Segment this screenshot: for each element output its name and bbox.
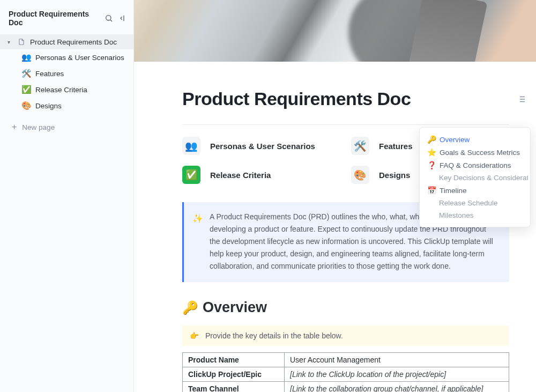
- outline-label: Timeline: [440, 187, 467, 195]
- sidebar-title: Product Requirements Doc: [9, 10, 105, 27]
- new-page-label: New page: [22, 123, 55, 131]
- link-label: Features: [379, 142, 413, 151]
- star-icon: ⭐: [427, 148, 436, 157]
- outline-item-goals[interactable]: ⭐ Goals & Success Metrics: [423, 146, 528, 159]
- sidebar-item-label: Personas & User Scenarios: [35, 54, 124, 62]
- tools-icon: 🛠️: [21, 69, 31, 78]
- key-icon: 🔑: [182, 300, 198, 315]
- key-icon: 🔑: [427, 135, 436, 144]
- svg-point-0: [106, 16, 111, 20]
- cell-label: Team Channel: [183, 382, 285, 392]
- sidebar-item-release-criteria[interactable]: ✅ Release Criteria: [0, 82, 133, 98]
- link-label: Personas & User Scenarios: [210, 142, 315, 151]
- sidebar-header: Product Requirements Doc: [0, 5, 133, 34]
- outline-label: Release Schedule: [439, 199, 498, 207]
- table-row[interactable]: ClickUp Project/Epic [Link to the ClickU…: [183, 367, 509, 382]
- sidebar-item-label: Product Requirements Doc: [30, 38, 117, 46]
- palette-icon: 🎨: [351, 166, 369, 184]
- outline-item-timeline[interactable]: 📅 Timeline: [423, 184, 528, 197]
- sidebar-item-label: Designs: [35, 102, 62, 110]
- outline-label: FAQ & Considerations: [440, 161, 511, 169]
- outline-item-faq[interactable]: ❓ FAQ & Considerations: [423, 159, 528, 172]
- new-page-button[interactable]: + New page: [0, 118, 133, 136]
- tools-icon: 🛠️: [351, 137, 369, 155]
- overview-table: Product Name User Account Management Cli…: [182, 352, 509, 392]
- page-title: Product Requirements Doc: [182, 88, 509, 109]
- cell-value[interactable]: User Account Management: [285, 353, 509, 367]
- outline-item-key-decisions[interactable]: Key Decisions & Consideratio...: [423, 172, 528, 184]
- palette-icon: 🎨: [21, 101, 31, 110]
- link-release-criteria[interactable]: ✅ Release Criteria: [182, 166, 340, 184]
- link-personas[interactable]: 👥 Personas & User Scenarios: [182, 137, 340, 155]
- section-heading-overview: 🔑 Overview: [182, 299, 509, 316]
- outline-toggle-icon[interactable]: [517, 94, 526, 106]
- heading-text: Overview: [203, 299, 267, 316]
- users-icon: 👥: [182, 137, 200, 155]
- sidebar-root-item[interactable]: ▾ Product Requirements Doc: [0, 34, 133, 49]
- outline-item-release-schedule[interactable]: Release Schedule: [423, 197, 528, 209]
- check-icon: ✅: [21, 85, 31, 94]
- sidebar-item-designs[interactable]: 🎨 Designs: [0, 98, 133, 114]
- cell-label: ClickUp Project/Epic: [183, 367, 285, 382]
- sidebar: Product Requirements Doc ▾ Product Requi…: [0, 0, 134, 392]
- outline-item-milestones[interactable]: Milestones: [423, 209, 528, 221]
- sidebar-item-label: Release Criteria: [35, 86, 87, 94]
- link-label: Designs: [379, 171, 410, 180]
- sparkles-icon: ✨: [192, 212, 203, 272]
- table-row[interactable]: Product Name User Account Management: [183, 353, 509, 367]
- outline-label: Milestones: [439, 211, 474, 219]
- divider: [182, 124, 509, 125]
- search-icon[interactable]: [105, 14, 113, 23]
- table-row[interactable]: Team Channel [Link to the collaboration …: [183, 382, 509, 392]
- caret-down-icon[interactable]: ▾: [8, 39, 13, 45]
- svg-line-1: [110, 20, 112, 21]
- calendar-icon: 📅: [427, 186, 436, 195]
- link-label: Release Criteria: [210, 171, 271, 180]
- outline-label: Goals & Success Metrics: [440, 149, 520, 157]
- outline-label: Key Decisions & Consideratio...: [439, 174, 528, 182]
- check-icon: ✅: [182, 166, 200, 184]
- tip-text: Provide the key details in the table bel…: [205, 331, 343, 340]
- outline-item-overview[interactable]: 🔑 Overview: [423, 133, 528, 146]
- page-icon: [17, 38, 26, 46]
- sidebar-item-label: Features: [35, 70, 64, 78]
- cover-image[interactable]: [134, 0, 536, 62]
- sidebar-item-personas[interactable]: 👥 Personas & User Scenarios: [0, 49, 133, 65]
- tip-callout: 👉 Provide the key details in the table b…: [182, 326, 509, 346]
- cell-label: Product Name: [183, 353, 285, 367]
- question-icon: ❓: [427, 161, 436, 169]
- point-right-icon: 👉: [190, 331, 199, 340]
- sidebar-item-features[interactable]: 🛠️ Features: [0, 65, 133, 82]
- users-icon: 👥: [21, 53, 31, 62]
- collapse-sidebar-icon[interactable]: [118, 14, 127, 23]
- outline-panel: 🔑 Overview ⭐ Goals & Success Metrics ❓ F…: [419, 127, 531, 227]
- cell-value[interactable]: [Link to the ClickUp location of the pro…: [285, 367, 509, 382]
- sidebar-tree: ▾ Product Requirements Doc 👥 Personas & …: [0, 34, 133, 118]
- outline-label: Overview: [440, 136, 470, 144]
- cell-value[interactable]: [Link to the collaboration group chat/ch…: [285, 382, 509, 392]
- plus-icon: +: [12, 122, 17, 132]
